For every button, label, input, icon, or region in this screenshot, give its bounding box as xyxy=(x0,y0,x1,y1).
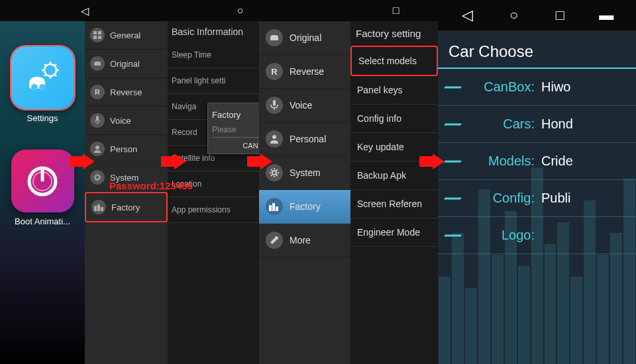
home-icon[interactable]: ○ xyxy=(234,4,247,17)
back-icon[interactable]: ◁ xyxy=(458,6,477,24)
sidebar-item-reverse[interactable]: R Reverse xyxy=(259,55,350,89)
svg-rect-8 xyxy=(93,36,97,39)
boot-animation-label: Boot Animati... xyxy=(11,216,74,226)
sidebar-item-voice[interactable]: Voice xyxy=(85,107,168,135)
boot-animation-icon[interactable] xyxy=(11,150,74,212)
svg-rect-14 xyxy=(97,205,100,211)
svg-rect-10 xyxy=(96,116,99,121)
canbox-label: CanBox: xyxy=(449,79,541,95)
sidebar-item-system[interactable]: System xyxy=(259,156,350,190)
sidebar-item-personal[interactable]: Personal xyxy=(259,122,350,156)
svg-rect-6 xyxy=(93,31,97,34)
mic-icon xyxy=(90,113,105,128)
factory-icon xyxy=(266,198,283,215)
popup-cancel-button[interactable]: CAN xyxy=(242,142,258,150)
app-permissions-row[interactable]: App permissions xyxy=(168,197,259,223)
factory-setting-header: Factory setting xyxy=(350,21,438,46)
car-icon xyxy=(90,56,105,71)
home-screen-panel: Settings Boot Animati... xyxy=(0,0,85,364)
config-label: Config: xyxy=(449,191,541,206)
svg-point-1 xyxy=(31,84,38,91)
sidebar-item-personal[interactable]: Person xyxy=(85,135,168,163)
settings-app[interactable]: Settings xyxy=(11,46,74,123)
svg-rect-20 xyxy=(272,203,275,211)
boot-animation-app[interactable]: Boot Animati... xyxy=(11,130,74,226)
canbox-row[interactable]: CanBox: Hiwo xyxy=(438,69,636,106)
sidebar-item-voice[interactable]: Voice xyxy=(259,89,350,122)
recent-icon[interactable]: □ xyxy=(551,6,569,24)
svg-rect-16 xyxy=(273,100,276,106)
recent-icon[interactable]: □ xyxy=(390,4,403,17)
wrench-icon xyxy=(266,232,283,249)
svg-point-11 xyxy=(95,146,99,150)
models-row[interactable]: Models: Cride xyxy=(438,143,636,180)
factory-icon xyxy=(91,200,106,214)
sidebar-item-more[interactable]: More xyxy=(259,224,350,257)
sleep-time-row[interactable]: Sleep Time xyxy=(168,42,259,68)
logo-row[interactable]: Logo: xyxy=(438,217,636,254)
screen-reference-row[interactable]: Screen Referen xyxy=(350,190,438,218)
factory-password-popup: Factory Please CAN xyxy=(207,103,259,154)
cars-row[interactable]: Cars: Hond xyxy=(438,106,636,143)
car-icon xyxy=(266,29,283,46)
panel-light-row[interactable]: Panel light setti xyxy=(168,68,259,94)
svg-point-17 xyxy=(272,135,276,139)
password-hint: Password:123456 xyxy=(109,180,193,191)
svg-rect-15 xyxy=(101,207,103,211)
config-row[interactable]: Config: Publi xyxy=(438,180,636,217)
svg-rect-13 xyxy=(94,206,97,211)
car-choose-panel: ◁ ○ □ ▬ Car Choose CanBox: Hiwo Cars: Ho… xyxy=(438,0,636,364)
person-icon xyxy=(266,130,283,148)
settings-app-label: Settings xyxy=(11,113,74,123)
home-icon[interactable]: ○ xyxy=(505,6,523,24)
navbar-panel4: ◁ ○ □ ▬ xyxy=(438,0,636,30)
cars-label: Cars: xyxy=(449,116,541,132)
basic-info-header: Basic Information xyxy=(168,21,259,42)
password-input[interactable]: Please xyxy=(212,122,259,138)
factory-setting-content: Factory setting Select models Panel keys… xyxy=(350,0,438,364)
reverse-icon: R xyxy=(90,85,105,99)
sidebar-item-reverse[interactable]: R Reverse xyxy=(85,78,168,107)
cars-value: Hond xyxy=(541,116,573,132)
gallery-icon[interactable]: ▬ xyxy=(597,6,615,24)
svg-rect-21 xyxy=(276,206,278,211)
models-label: Models: xyxy=(449,154,541,169)
gear-icon xyxy=(90,170,105,185)
select-models-row[interactable]: Select models xyxy=(350,46,438,76)
mic-icon xyxy=(266,97,283,114)
popup-title: Factory xyxy=(212,107,259,122)
back-icon[interactable]: ◁ xyxy=(78,4,91,17)
car-choose-title: Car Choose xyxy=(438,30,636,69)
svg-point-2 xyxy=(39,84,46,91)
logo-label: Logo: xyxy=(449,228,541,243)
config-value: Publi xyxy=(541,191,570,206)
svg-rect-19 xyxy=(269,205,272,211)
engineer-mode-row[interactable]: Engineer Mode xyxy=(350,218,438,247)
svg-point-18 xyxy=(272,171,276,175)
factory-settings-panel: ◁ ○ □ ▬ Original R Reverse Voice Persona… xyxy=(259,0,438,364)
svg-rect-7 xyxy=(98,31,101,34)
sidebar-item-factory[interactable]: Factory xyxy=(85,192,168,222)
sidebar-item-original[interactable]: Original xyxy=(85,50,168,78)
settings-app-icon[interactable] xyxy=(11,46,74,109)
svg-rect-9 xyxy=(98,36,101,39)
sidebar-item-factory[interactable]: Factory xyxy=(259,190,350,224)
grid-icon xyxy=(90,28,105,42)
sidebar-item-general[interactable]: General xyxy=(85,21,168,50)
panel-keys-row[interactable]: Panel keys xyxy=(350,76,438,105)
reverse-icon: R xyxy=(266,63,283,80)
svg-point-12 xyxy=(95,175,99,179)
settings-sidebar-full: Original R Reverse Voice Personal System… xyxy=(259,0,350,364)
sidebar-item-original[interactable]: Original xyxy=(259,21,350,55)
config-info-row[interactable]: Config info xyxy=(350,105,438,133)
canbox-value: Hiwo xyxy=(541,79,570,95)
models-value: Cride xyxy=(541,154,573,169)
